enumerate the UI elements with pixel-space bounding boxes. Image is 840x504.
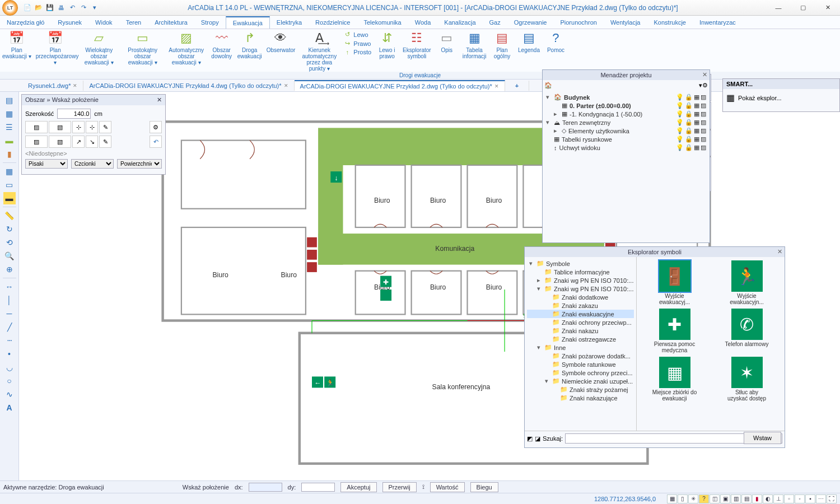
tree-node[interactable]: ▦0. Parter (±0.00=0.00)💡🔒▦▨: [546, 101, 706, 110]
symbol-tree-node[interactable]: ▾📁Niemieckie znaki uzupeł...: [527, 377, 634, 385]
symbol-tree-node[interactable]: ▾📁Znaki wg PN EN ISO 7010:...: [527, 284, 634, 293]
snap1-icon[interactable]: ⊹: [72, 121, 85, 133]
mode2-icon[interactable]: ▧: [49, 136, 71, 148]
tool-rect-icon[interactable]: ▬: [3, 134, 16, 147]
powierzchnie-select[interactable]: Powierzchnie: [117, 159, 162, 169]
tool-vline-icon[interactable]: │: [3, 294, 16, 306]
menu-tab-inwentaryzac[interactable]: Inwentaryzac: [693, 17, 743, 28]
tab-close-icon[interactable]: ✕: [284, 83, 288, 88]
insert-button[interactable]: Wstaw: [744, 432, 781, 444]
snap-mid-icon[interactable]: ◫: [710, 494, 720, 503]
qat-redo-icon[interactable]: ↷: [78, 3, 88, 13]
width-input[interactable]: [57, 109, 91, 119]
document-tab[interactable]: Rysunek1.dwg*✕: [22, 81, 83, 91]
symbol-tree-node[interactable]: ▸📁Znaki wg PN EN ISO 7010:...: [527, 276, 634, 284]
ribbon-dir-prosto[interactable]: ↑Prosto: [342, 48, 372, 56]
hatch1-icon[interactable]: ▨: [25, 121, 48, 133]
tool-zoom-icon[interactable]: 🔍: [3, 250, 16, 262]
tab-close-icon[interactable]: ✕: [73, 83, 77, 88]
tool-circle-icon[interactable]: ○: [3, 375, 16, 387]
panel-close-icon[interactable]: ✕: [702, 71, 707, 78]
undo-panel-icon[interactable]: ↶: [150, 136, 162, 148]
qat-dropdown-icon[interactable]: ▾: [90, 3, 100, 13]
mode1-icon[interactable]: ▨: [25, 136, 48, 148]
menu-tab-teren[interactable]: Teren: [119, 17, 148, 28]
tool-hline-icon[interactable]: ─: [3, 307, 16, 320]
tool-list-icon[interactable]: ☰: [3, 121, 16, 133]
menu-tab-ewakuacja[interactable]: Ewakuacja: [226, 16, 270, 29]
smart-explorer-button[interactable]: Pokaż eksplor...: [738, 95, 782, 101]
symbol-tree-node[interactable]: 📁Znaki zakazu: [527, 301, 634, 310]
symbol-item[interactable]: ✶Stłuc aby uzyskać dostęp: [712, 357, 781, 402]
tool-layers-icon[interactable]: ▤: [3, 94, 16, 106]
property-panel-close-icon[interactable]: ✕: [157, 96, 162, 104]
menu-tab-widok[interactable]: Widok: [88, 17, 119, 28]
symbol-tree-node[interactable]: ▾📁Inne: [527, 343, 634, 352]
snap-node-icon[interactable]: ◦: [795, 494, 805, 503]
snap-bs-icon[interactable]: ▮: [752, 494, 762, 503]
tree-node[interactable]: ↕Uchwyt widoku💡🔒▦▨: [546, 143, 706, 152]
mode5-icon[interactable]: ✎: [99, 136, 111, 148]
menu-tab-wentylacja[interactable]: Wentylacja: [604, 17, 647, 28]
symbol-tree-node[interactable]: 📁Znaki straży pożarnej: [527, 385, 634, 394]
pisaki-select[interactable]: Pisaki: [25, 159, 68, 169]
menu-tab-piorunochron[interactable]: Piorunochron: [553, 17, 603, 28]
qat-save-icon[interactable]: 💾: [45, 3, 55, 13]
tool-fill-icon[interactable]: ▮: [3, 148, 16, 160]
symbol-item[interactable]: ✚Pierwsza pomoc medyczna: [640, 309, 709, 353]
gear-icon[interactable]: ⚙: [150, 121, 162, 133]
snap-ins-icon[interactable]: ▪: [805, 494, 815, 503]
snap-near-icon[interactable]: ▫: [784, 494, 794, 503]
menu-tab-kanalizacja[interactable]: Kanalizacja: [437, 17, 482, 28]
menu-tab-konstrukcje[interactable]: Konstrukcje: [647, 17, 693, 28]
snap-polar-icon[interactable]: ✳: [688, 494, 698, 503]
menu-tab-elektryka[interactable]: Elektryka: [270, 17, 309, 28]
new-tab-button[interactable]: +: [511, 82, 523, 89]
se-opt1-icon[interactable]: ◩: [527, 435, 533, 442]
hatch2-icon[interactable]: ▧: [49, 121, 71, 133]
symbol-item[interactable]: 🚪Wyjście ewakuacyj...: [640, 260, 709, 305]
app-logo-icon[interactable]: LT: [2, 0, 18, 16]
snap-cen-icon[interactable]: ▣: [720, 494, 730, 503]
tool-stamp-icon[interactable]: ▭: [3, 179, 16, 191]
smart-explorer-icon[interactable]: ▦: [726, 92, 735, 103]
dx-input[interactable]: [249, 483, 282, 492]
pm-home-icon[interactable]: 🏠: [544, 82, 552, 89]
maximize-button[interactable]: ▢: [791, 0, 815, 16]
symbol-item[interactable]: 🏃Wyjście ewakuacyjn...: [712, 260, 781, 305]
tree-node[interactable]: ▸◇Elementy użytkownika💡🔒▦▨: [546, 127, 706, 135]
menu-tab-narzdziag[interactable]: Narzędzia głó: [0, 17, 51, 28]
menu-tab-architektura[interactable]: Architektura: [148, 17, 194, 28]
tab-close-icon[interactable]: ✕: [494, 83, 499, 89]
symbol-tree-node[interactable]: 📁Znaki ochrony przeciwp...: [527, 318, 634, 326]
minimize-button[interactable]: —: [766, 0, 791, 16]
pm-filter-icon[interactable]: ▾⚙: [699, 82, 708, 89]
snap-par-icon[interactable]: ▤: [741, 494, 752, 503]
symbol-search-input[interactable]: [565, 433, 753, 444]
document-tab[interactable]: ArCADia-DROGI EWAKUACYJNE Przykład 2.dwg…: [295, 80, 505, 91]
symbol-tree-node[interactable]: 📁Znaki dodatkowe: [527, 293, 634, 301]
symbol-tree-node[interactable]: 📁Znaki nakazujące: [527, 394, 634, 402]
mode4-icon[interactable]: ↘: [86, 136, 98, 148]
symbol-tree-node[interactable]: 📁Symbole ochrony przeci...: [527, 368, 634, 377]
snap-ext-icon[interactable]: ▥: [731, 494, 741, 503]
snap-grid-icon[interactable]: ▦: [667, 494, 677, 503]
menu-tab-stropy[interactable]: Stropy: [194, 17, 226, 28]
tool-arc-icon[interactable]: ◡: [3, 361, 16, 374]
dy-input[interactable]: [301, 483, 335, 492]
cancel-button[interactable]: Przerwij: [382, 482, 417, 492]
menu-tab-telekomunika[interactable]: Telekomunika: [357, 17, 408, 28]
symbol-tree-node[interactable]: ▾📁Symbole: [527, 259, 634, 268]
symbol-item[interactable]: ▦Miejsce zbiórki do ewakuacji: [640, 357, 709, 402]
snap-end-icon[interactable]: ?: [699, 494, 709, 503]
value-button[interactable]: Wartość: [430, 482, 465, 492]
qat-print-icon[interactable]: 🖶: [56, 3, 66, 13]
symbol-item[interactable]: ✆Telefon alarmowy: [712, 309, 781, 353]
tool-dim-icon[interactable]: ↔: [3, 281, 16, 293]
symbol-tree-node[interactable]: 📁Tablice informacyjne: [527, 268, 634, 276]
status-fs-icon[interactable]: ⛶: [827, 494, 837, 503]
symbol-tree-node[interactable]: 📁Znaki pożarowe dodatk...: [527, 352, 634, 360]
symbol-tree-node[interactable]: 📁Znaki ostrzegawcze: [527, 335, 634, 343]
menu-tab-rysunek[interactable]: Rysunek: [51, 17, 88, 28]
menu-tab-gaz[interactable]: Gaz: [483, 17, 507, 28]
